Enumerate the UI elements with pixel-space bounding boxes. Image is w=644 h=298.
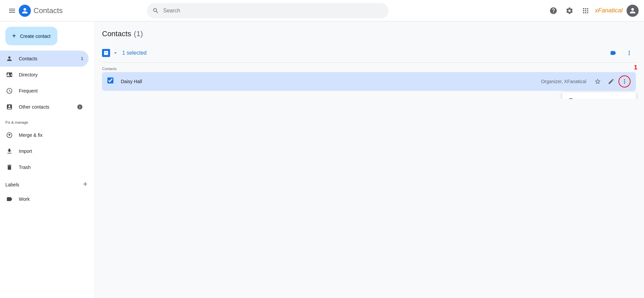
edit-button[interactable] [605, 75, 617, 87]
contacts-icon [5, 55, 13, 63]
main-content: Contacts (1) 1 selected [94, 21, 644, 99]
page-title: Contacts [102, 29, 131, 38]
apps-button[interactable] [579, 4, 592, 17]
dropdown-arrow[interactable] [111, 49, 119, 57]
annotation-1: 1 [634, 64, 637, 71]
search-input[interactable] [163, 8, 383, 14]
settings-button[interactable] [563, 4, 576, 17]
brand-text: xFanatical [595, 7, 623, 14]
print-menu-item[interactable]: Print [562, 94, 636, 99]
create-contact-button[interactable]: + Create contact [5, 27, 57, 45]
page-header: Contacts (1) [102, 29, 636, 38]
star-button[interactable] [592, 75, 604, 87]
select-area[interactable] [102, 49, 119, 57]
toolbar-right [606, 46, 636, 60]
sidebar-item-directory[interactable]: Directory [0, 67, 89, 83]
contact-name: Daisy Hall [121, 79, 541, 84]
header-right: xFanatical [547, 4, 639, 17]
frequent-icon [5, 87, 13, 95]
menu-icon[interactable] [5, 4, 19, 17]
more-options-button[interactable] [618, 75, 631, 87]
create-contact-label: Create contact [20, 34, 51, 39]
contact-actions [592, 75, 631, 87]
toolbar: 1 selected [102, 44, 636, 63]
sidebar-item-frequent[interactable]: Frequent [0, 83, 89, 99]
search-bar[interactable] [147, 3, 389, 18]
more-options-toolbar-button[interactable] [623, 46, 636, 60]
contacts-nav-label: Contacts [19, 56, 37, 61]
bulk-checkbox[interactable] [102, 49, 110, 57]
app-logo [19, 5, 31, 17]
avatar[interactable] [627, 5, 639, 17]
print-label: Print [580, 98, 589, 99]
contact-row[interactable]: Daisy Hall Organizer, XFanatical [102, 72, 636, 91]
header: Contacts xFanatical [0, 0, 644, 21]
dropdown-menu: Print Export 2 Hide from c [562, 92, 636, 99]
selected-text: 1 selected [122, 50, 147, 56]
page-count: (1) [134, 29, 143, 38]
contact-checkbox[interactable] [107, 77, 115, 85]
logo-area: Contacts [19, 5, 63, 17]
search-icon [152, 7, 159, 14]
frequent-nav-label: Frequent [19, 88, 38, 94]
sidebar: + Create contact Contacts 1 Directory Fr… [0, 21, 94, 99]
contact-role: Organizer, XFanatical [541, 79, 586, 84]
contact-checkbox-input[interactable] [107, 77, 113, 83]
help-button[interactable] [547, 4, 560, 17]
directory-icon [5, 71, 13, 79]
label-toolbar-button[interactable] [606, 46, 620, 60]
app-name: Contacts [34, 6, 63, 15]
contacts-badge: 1 [81, 56, 83, 61]
contact-row-wrapper: 1 Daisy Hall Organizer, XFanatical [102, 72, 636, 91]
directory-nav-label: Directory [19, 72, 38, 77]
print-icon [567, 98, 574, 99]
plus-icon: + [12, 32, 16, 40]
sidebar-item-contacts[interactable]: Contacts 1 [0, 51, 89, 67]
contacts-section-label: Contacts [102, 63, 636, 72]
